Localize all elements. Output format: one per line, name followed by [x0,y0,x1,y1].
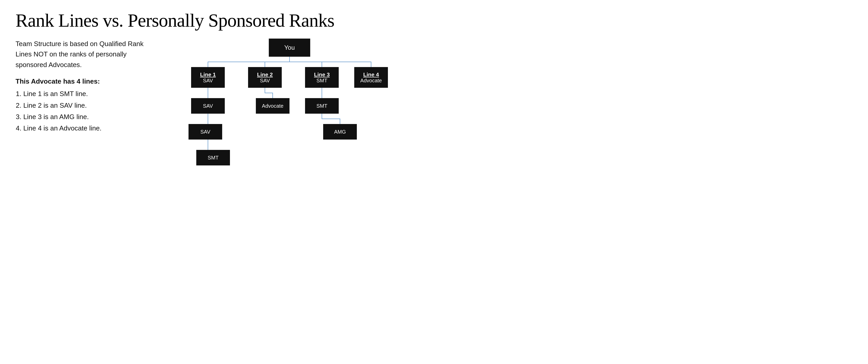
line1-label: Line 1 [200,71,216,78]
line3-label: Line 3 [314,71,330,78]
line2-rank: SAV [260,78,270,84]
page-title: Rank Lines vs. Personally Sponsored Rank… [16,10,418,31]
left-text-panel: Team Structure is based on Qualified Ran… [16,39,150,134]
connector-lines [186,39,393,189]
line3-node3-label: AMG [334,129,346,135]
line2-label: Line 2 [257,71,273,78]
node-line3-3: AMG [323,124,357,139]
diagram-area: You Line 1 SAV SAV SAV SMT Line 2 SAV [160,39,418,189]
node-line2-2: Advocate [256,98,289,114]
node-line1-4: SMT [196,150,230,165]
node-line3: Line 3 SMT [305,67,339,88]
node-line1: Line 1 SAV [191,67,225,88]
main-content: Team Structure is based on Qualified Ran… [16,39,418,189]
line1-rank: SAV [203,78,213,84]
node-line4: Line 4 Advocate [354,67,388,88]
line1-node2-label: SAV [203,103,213,109]
description-text: Team Structure is based on Qualified Ran… [16,39,150,70]
node-line3-2: SMT [305,98,339,114]
line3-rank: SMT [316,78,327,84]
node-line1-3: SAV [188,124,222,139]
line1-node3-label: SAV [200,129,211,135]
root-label: You [284,44,295,51]
list-item: Line 1 is an SMT line. [23,89,150,99]
advocate-title: This Advocate has 4 lines: [16,76,150,87]
node-root: You [269,39,310,57]
line3-node2-label: SMT [316,103,327,109]
lines-list: Line 1 is an SMT line. Line 2 is an SAV … [16,89,150,133]
list-item: Line 2 is an SAV line. [23,100,150,110]
line2-node2-label: Advocate [262,103,283,109]
line4-label: Line 4 [363,71,379,78]
line4-rank: Advocate [360,78,382,84]
list-item: Line 3 is an AMG line. [23,111,150,122]
list-item: Line 4 is an Advocate line. [23,123,150,133]
node-line1-2: SAV [191,98,225,114]
tree-container: You Line 1 SAV SAV SAV SMT Line 2 SAV [186,39,393,189]
line1-node4-label: SMT [208,155,219,161]
node-line2: Line 2 SAV [248,67,282,88]
